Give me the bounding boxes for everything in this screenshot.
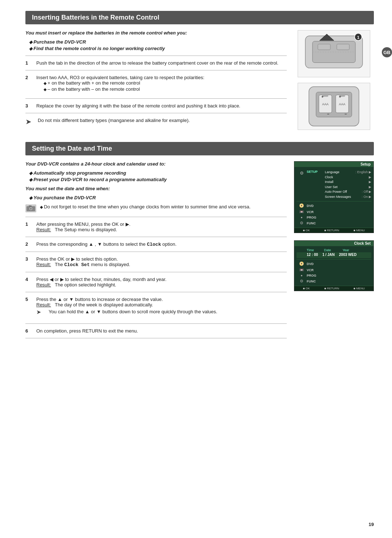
batteries-step-1: 1 Push the tab in the direction of the a…	[25, 60, 287, 66]
setup-row-vcr: 📼 VCR	[297, 209, 371, 215]
dt-step-num-5: 5	[25, 297, 36, 319]
dt-sub-note-5: ➤ You can hold the ▲ or ▼ buttons down t…	[36, 309, 287, 315]
setup-row-prog: ● PROG	[297, 215, 371, 220]
result-label-3: Result:	[36, 262, 53, 268]
section-datetime-title: Setting the Date and Time	[25, 142, 374, 155]
batteries-note: ➤ Do not mix different battery types (ma…	[25, 118, 287, 126]
divider-2	[25, 70, 287, 70]
result-text-5: The day of the week is displayed automat…	[55, 302, 153, 307]
dt-step5-text: Press the ▲ or ▼ buttons to increase or …	[36, 297, 163, 302]
dvd-icon-2: 📀	[297, 261, 307, 266]
section-batteries: Inserting Batteries in the Remote Contro…	[25, 11, 374, 131]
step-content-3: Replace the cover by aligning it with th…	[36, 103, 287, 109]
dt-step-content-4: Press ◀ or ▶ to select the hour, minutes…	[36, 277, 287, 288]
result-label-5: Result:	[36, 302, 53, 307]
setup-screen-body: ⚙ SETUP Language: English ▶ Clock▶ Insta…	[294, 167, 373, 228]
divider-4	[25, 113, 287, 113]
svg-text:1: 1	[357, 35, 360, 40]
polarity-1: + on the battery with + on the remote co…	[44, 80, 287, 86]
dt-result-1: Result: The Setup menu is displayed.	[36, 227, 287, 232]
svg-text:AAA: AAA	[339, 102, 346, 106]
setup-row-setup: ⚙ SETUP Language: English ▶ Clock▶ Insta…	[297, 168, 371, 200]
datetime-divider-4	[25, 272, 287, 272]
camera-note-item: Do not forget to reset the time when you…	[40, 204, 250, 209]
clock-date-label: Date	[324, 248, 331, 252]
divider-1	[25, 56, 287, 56]
clock-header-row: Time Date Year	[297, 248, 371, 252]
clock-screen-footer: ■ OK ■ RETURN ■ MENU	[294, 286, 373, 291]
page-number: 19	[369, 522, 374, 527]
clock-screen-title: Clock Set	[294, 241, 373, 246]
footer-return-1: ■ RETURN	[324, 229, 339, 232]
page: GB Inserting Batteries in the Remote Con…	[0, 0, 392, 538]
datetime-step-1: 1 After pressing the MENU, press the OK …	[25, 221, 287, 232]
datetime-bullet-2: Preset your DVD-VCR to record a programm…	[29, 177, 287, 182]
batteries-polarity-list: + on the battery with + on the remote co…	[44, 80, 287, 92]
svg-text:−: −	[327, 112, 329, 116]
step-num-1: 1	[25, 60, 36, 66]
dt-step-num-2: 2	[25, 241, 36, 247]
svg-point-22	[30, 208, 32, 210]
vcr-label-1: VCR	[307, 210, 325, 214]
clock-row-prog: ● PROG	[297, 273, 371, 278]
datetime-step-6: 6 On completion, press RETURN to exit th…	[25, 328, 287, 334]
footer-return-2: ■ RETURN	[324, 287, 339, 290]
svg-rect-6	[318, 44, 330, 50]
vcr-icon-1: 📼	[297, 209, 307, 214]
datetime-two-col: Your DVD-VCR contains a 24-hour clock an…	[25, 161, 374, 343]
datetime-step-3: 3 Press the OK or ▶ to select this optio…	[25, 256, 287, 268]
dt-result-5: Result: The day of the week is displayed…	[36, 302, 287, 307]
dt-sub-note-text: You can hold the ▲ or ▼ buttons down to …	[49, 309, 217, 314]
datetime-step-2: 2 Press the corresponding ▲ , ▼ buttons …	[25, 241, 287, 247]
func-label-2: FUNC	[307, 280, 325, 283]
dt-step-num-3: 3	[25, 256, 36, 268]
prereq-1: Purchase the DVD-VCR	[29, 39, 287, 45]
dvd-label-1: DVD	[307, 204, 325, 208]
dt-step-num-1: 1	[25, 221, 36, 232]
footer-ok-1: ■ OK	[303, 229, 310, 232]
clock-row-func: ⚙ FUNC	[297, 278, 371, 284]
clock-code: Clock	[147, 242, 161, 247]
dt-step-num-4: 4	[25, 277, 36, 288]
datetime-bullets2: You purchase the DVD-VCR	[29, 195, 287, 200]
clock-row-vcr: 📼 VCR	[297, 267, 371, 273]
datetime-bullet-1: Automatically stop programme recording	[29, 170, 287, 176]
clock-date-value: 1 / JAN	[322, 253, 335, 257]
note-arrow-2: ➤	[36, 309, 45, 315]
batteries-step-2: 2 Insert two AAA, RO3 or equivalent batt…	[25, 75, 287, 94]
clock-screen: Clock Set Time Date Year 12 : 00 1 / JAN	[294, 240, 374, 291]
prog-icon-2: ●	[297, 274, 307, 277]
clock-row-dvd: 📀 DVD	[297, 261, 371, 267]
setup-icon: ⚙	[297, 170, 307, 176]
note-arrow-icon: ➤	[25, 117, 34, 126]
setup-label: SETUP	[307, 170, 325, 174]
clock-time-value: 12 : 00	[307, 253, 318, 257]
setup-menu-items: Language: English ▶ Clock▶ Install▶ User…	[325, 170, 371, 199]
result-text-4: The option selected highlight.	[55, 282, 116, 288]
func-icon-1: ⚙	[297, 221, 307, 225]
footer-menu-1: ■ MENU	[354, 229, 365, 232]
clock-value-row: 12 : 00 1 / JAN 2003 WED	[297, 252, 371, 258]
dt-step-content-1: After pressing the MENU, press the OK or…	[36, 221, 287, 232]
setup-screen-footer: ■ OK ■ RETURN ■ MENU	[294, 228, 373, 233]
dt-step2-text: Press the corresponding ▲ , ▼ buttons to…	[36, 241, 176, 247]
setup-row-dvd: 📀 DVD	[297, 203, 371, 209]
result-text-1: The Setup menu is displayed.	[55, 227, 117, 232]
dt-step-content-3: Press the OK or ▶ to select this option.…	[36, 256, 287, 268]
result-text-3: The Clock Set menu is displayed.	[55, 262, 130, 268]
svg-text:AAA: AAA	[322, 102, 329, 106]
setup-screen: Setup ⚙ SETUP Language: English ▶ Clock▶…	[294, 161, 374, 233]
remote-image-1: 1	[298, 30, 370, 78]
svg-rect-7	[337, 44, 349, 50]
datetime-intro2: You must set the date and time when:	[25, 186, 287, 191]
datetime-divider-2	[25, 237, 287, 237]
batteries-two-col: You must insert or replace the batteries…	[25, 30, 374, 131]
func-icon-2: ⚙	[297, 279, 307, 284]
remote-image-2: AAA AAA + − + −	[298, 83, 370, 131]
section-datetime: Setting the Date and Time Your DVD-VCR c…	[25, 142, 374, 343]
result-label-1: Result:	[36, 227, 53, 232]
datetime-content: Your DVD-VCR contains a 24-hour clock an…	[25, 161, 287, 343]
setup-screen-title: Setup	[294, 162, 373, 167]
dvd-label-2: DVD	[307, 262, 325, 266]
batteries-prereqs: Purchase the DVD-VCR Find that the remot…	[29, 39, 287, 51]
